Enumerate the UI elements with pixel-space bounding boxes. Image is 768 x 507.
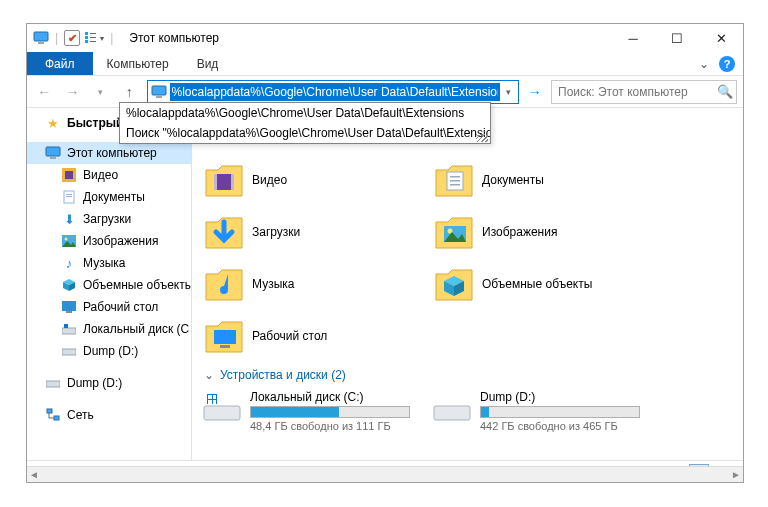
sidebar-item-label: Документы [83, 190, 145, 204]
pictures-icon [61, 233, 77, 249]
drive-d[interactable]: Dump (D:) 442 ГБ свободно из 465 ГБ [432, 390, 662, 432]
svg-point-18 [65, 238, 68, 241]
folder-pictures[interactable]: Изображения [432, 206, 662, 258]
folder-label: Рабочий стол [252, 329, 327, 343]
qa-properties-icon[interactable] [82, 32, 98, 44]
pc-icon [45, 145, 61, 161]
up-button[interactable]: ↑ [118, 80, 140, 104]
svg-rect-6 [90, 37, 96, 38]
svg-rect-32 [450, 180, 460, 182]
drive-free-label: 442 ГБ свободно из 465 ГБ [480, 420, 640, 432]
qa-check-icon[interactable]: ✔ [64, 30, 80, 46]
svg-rect-13 [65, 171, 73, 179]
recent-dropdown[interactable]: ▾ [90, 80, 112, 104]
folder-music[interactable]: Музыка [202, 258, 432, 310]
sidebar-item-dump[interactable]: Dump (D:) [27, 372, 191, 394]
explorer-window: | ✔ ▾ | Этот компьютер ─ ☐ ✕ Файл Компью… [26, 23, 744, 483]
address-dropdown-icon[interactable]: ▾ [500, 87, 518, 97]
minimize-button[interactable]: ─ [611, 24, 655, 52]
sidebar-item-label: Объемные объекты [83, 278, 192, 292]
drive-icon [61, 321, 77, 337]
svg-rect-3 [85, 36, 88, 39]
help-icon[interactable]: ? [719, 56, 735, 72]
sidebar-this-pc[interactable]: Этот компьютер [27, 142, 191, 164]
suggestion-item[interactable]: Поиск "%localappdata%\Google\Chrome\User… [120, 123, 490, 143]
search-box[interactable]: 🔍 [551, 80, 737, 104]
suggestion-item[interactable]: %localappdata%\Google\Chrome\User Data\D… [120, 103, 490, 123]
sidebar-item-label: Сеть [67, 408, 94, 422]
folder-3d[interactable]: Объемные объекты [432, 258, 662, 310]
sidebar-item-label: Музыка [83, 256, 125, 270]
sidebar-item-music[interactable]: ♪ Музыка [27, 252, 191, 274]
forward-button: → [61, 80, 83, 104]
sidebar-item-label: Этот компьютер [67, 146, 157, 160]
sidebar-item-downloads[interactable]: ⬇ Загрузки [27, 208, 191, 230]
search-input[interactable] [552, 85, 714, 99]
music-folder-icon [202, 262, 246, 306]
svg-rect-24 [46, 381, 60, 387]
svg-rect-28 [214, 174, 217, 190]
documents-icon [61, 189, 77, 205]
drive-label: Dump (D:) [480, 390, 640, 404]
maximize-button[interactable]: ☐ [655, 24, 699, 52]
drive-icon [45, 375, 61, 391]
network-icon [45, 407, 61, 423]
folder-videos[interactable]: Видео [202, 154, 432, 206]
tab-computer[interactable]: Компьютер [93, 52, 183, 75]
sidebar-item-3d[interactable]: Объемные объекты [27, 274, 191, 296]
ribbon-collapse-icon[interactable]: ⌄ [699, 57, 709, 71]
svg-rect-8 [152, 86, 166, 95]
sidebar-item-videos[interactable]: Видео [27, 164, 191, 186]
folder-label: Объемные объекты [482, 277, 592, 291]
folder-desktop[interactable]: Рабочий стол [202, 310, 432, 362]
back-button[interactable]: ← [33, 80, 55, 104]
titlebar: | ✔ ▾ | Этот компьютер ─ ☐ ✕ [27, 24, 743, 52]
address-pc-icon [148, 85, 170, 99]
svg-rect-37 [220, 345, 230, 348]
tab-view[interactable]: Вид [183, 52, 233, 75]
close-button[interactable]: ✕ [699, 24, 743, 52]
svg-rect-42 [208, 400, 212, 404]
drive-icon [202, 392, 242, 424]
go-button[interactable]: → [525, 80, 546, 104]
svg-rect-40 [208, 395, 212, 399]
sidebar-item-network[interactable]: Сеть [27, 404, 191, 426]
svg-rect-15 [66, 194, 72, 195]
file-tab[interactable]: Файл [27, 52, 93, 75]
drive-c[interactable]: Локальный диск (C:) 48,4 ГБ свободно из … [202, 390, 432, 432]
svg-rect-31 [450, 176, 460, 178]
svg-rect-4 [85, 40, 88, 43]
folder-label: Загрузки [252, 225, 300, 239]
qa-dropdown-icon[interactable]: ▾ [100, 34, 104, 43]
svg-rect-33 [450, 184, 460, 186]
this-pc-icon [33, 31, 49, 45]
folder-downloads[interactable]: Загрузки [202, 206, 432, 258]
resize-grip-icon[interactable] [476, 134, 488, 142]
svg-rect-38 [204, 406, 240, 420]
desktop-icon [61, 299, 77, 315]
address-bar[interactable]: ▾ [147, 80, 519, 104]
ribbon: Файл Компьютер Вид ⌄ ? [27, 52, 743, 76]
sidebar-item-label: Рабочий стол [83, 300, 158, 314]
sidebar-item-drive-c[interactable]: Локальный диск (C [27, 318, 191, 340]
sidebar-item-pictures[interactable]: Изображения [27, 230, 191, 252]
address-input[interactable] [170, 83, 500, 101]
svg-rect-9 [156, 96, 162, 98]
video-icon [61, 167, 77, 183]
music-icon: ♪ [61, 255, 77, 271]
svg-rect-0 [34, 32, 48, 41]
section-drives-header[interactable]: Устройства и диски (2) [204, 368, 743, 382]
sidebar-item-desktop[interactable]: Рабочий стол [27, 296, 191, 318]
downloads-icon: ⬇ [61, 211, 77, 227]
sidebar-item-documents[interactable]: Документы [27, 186, 191, 208]
sidebar-item-drive-d[interactable]: Dump (D:) [27, 340, 191, 362]
drive-label: Локальный диск (C:) [250, 390, 410, 404]
section-drives-label: Устройства и диски (2) [220, 368, 346, 382]
svg-rect-23 [62, 349, 76, 355]
svg-rect-16 [66, 196, 72, 197]
search-icon[interactable]: 🔍 [714, 84, 736, 99]
folder-documents[interactable]: Документы [432, 154, 662, 206]
svg-rect-10 [46, 147, 60, 156]
svg-rect-25 [47, 409, 52, 413]
folder-label: Музыка [252, 277, 294, 291]
